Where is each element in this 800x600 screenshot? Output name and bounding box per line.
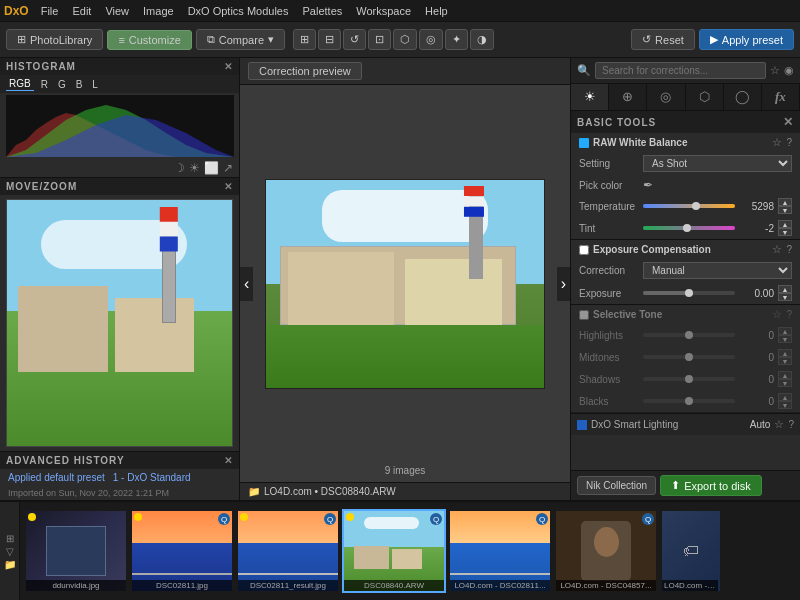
basic-tools-close[interactable]: ✕ bbox=[783, 115, 794, 129]
dxo-smart-star[interactable]: ☆ bbox=[774, 418, 784, 431]
search-input[interactable] bbox=[595, 62, 766, 79]
highlights-slider[interactable] bbox=[643, 333, 735, 337]
exposure-help[interactable]: ? bbox=[786, 244, 792, 255]
film-item-4[interactable]: Q LO4D.com - DSC02811... bbox=[448, 509, 552, 593]
filmstrip-folder[interactable]: 📁 bbox=[4, 559, 16, 570]
tab-fx[interactable]: fx bbox=[762, 84, 800, 110]
film-item-0[interactable]: ddunvidia.jpg bbox=[24, 509, 128, 593]
dxo-smart-help[interactable]: ? bbox=[788, 419, 794, 430]
tab-detail[interactable]: ◎ bbox=[647, 84, 685, 110]
tab-light[interactable]: ☀ bbox=[571, 84, 609, 110]
highlights-down[interactable]: ▼ bbox=[778, 335, 792, 343]
photo-library-button[interactable]: ⊞ PhotoLibrary bbox=[6, 29, 103, 50]
menu-dxo-optics[interactable]: DxO Optics Modules bbox=[182, 3, 295, 19]
wb-setting-row: Setting As Shot bbox=[571, 152, 800, 175]
rotate-button[interactable]: ↺ bbox=[343, 29, 366, 50]
hist-r-button[interactable]: R bbox=[38, 77, 51, 91]
wb-setting-select[interactable]: As Shot bbox=[643, 155, 792, 172]
highlights-spinner[interactable]: ▲ ▼ bbox=[778, 327, 792, 343]
apply-preset-button[interactable]: ▶ Apply preset bbox=[699, 29, 794, 50]
menu-edit[interactable]: Edit bbox=[66, 3, 97, 19]
tint-slider[interactable] bbox=[643, 226, 735, 230]
crop-button[interactable]: ⊡ bbox=[368, 29, 391, 50]
correction-select[interactable]: Manual bbox=[643, 262, 792, 279]
menu-help[interactable]: Help bbox=[419, 3, 454, 19]
view2-button[interactable]: ⊟ bbox=[318, 29, 341, 50]
tab-vignette[interactable]: ◯ bbox=[724, 84, 762, 110]
menu-workspace[interactable]: Workspace bbox=[350, 3, 417, 19]
selective-tone-label: Selective Tone bbox=[593, 309, 768, 320]
film-item-1[interactable]: Q DSC02811.jpg bbox=[130, 509, 234, 593]
grid-view-button[interactable]: ⊞ bbox=[293, 29, 316, 50]
selective-tone-checkbox[interactable] bbox=[579, 310, 589, 320]
correction-preview-button[interactable]: Correction preview bbox=[248, 62, 362, 80]
compare-button[interactable]: ⧉ Compare ▾ bbox=[196, 29, 285, 50]
perspective-button[interactable]: ⬡ bbox=[393, 29, 417, 50]
tint-down[interactable]: ▼ bbox=[778, 228, 792, 236]
shadows-slider[interactable] bbox=[643, 377, 735, 381]
filmstrip-nav-1[interactable]: ⊞ bbox=[6, 533, 14, 544]
temperature-spinner[interactable]: ▲ ▼ bbox=[778, 198, 792, 214]
eyedropper-icon[interactable]: ✒ bbox=[643, 178, 653, 192]
prev-image-button[interactable]: ‹ bbox=[240, 267, 253, 301]
temperature-up[interactable]: ▲ bbox=[778, 198, 792, 206]
temperature-value: 5298 bbox=[739, 201, 774, 212]
tab-geometry[interactable]: ⬡ bbox=[686, 84, 724, 110]
film-item-3[interactable]: Q DSC08840.ARW bbox=[342, 509, 446, 593]
history-close-button[interactable]: ✕ bbox=[224, 455, 233, 466]
shadows-spinner[interactable]: ▲ ▼ bbox=[778, 371, 792, 387]
blacks-down[interactable]: ▼ bbox=[778, 401, 792, 409]
exposure-down[interactable]: ▼ bbox=[778, 293, 792, 301]
menu-view[interactable]: View bbox=[99, 3, 135, 19]
midtones-down[interactable]: ▼ bbox=[778, 357, 792, 365]
hist-b-button[interactable]: B bbox=[73, 77, 86, 91]
blacks-slider[interactable] bbox=[643, 399, 735, 403]
blacks-spinner[interactable]: ▲ ▼ bbox=[778, 393, 792, 409]
temperature-down[interactable]: ▼ bbox=[778, 206, 792, 214]
nik-collection-button[interactable]: Nik Collection bbox=[577, 476, 656, 495]
hist-g-button[interactable]: G bbox=[55, 77, 69, 91]
tab-color[interactable]: ⊕ bbox=[609, 84, 647, 110]
filmstrip-filter[interactable]: ▽ bbox=[6, 546, 14, 557]
film-item-2[interactable]: Q DSC02811_result.jpg bbox=[236, 509, 340, 593]
temperature-slider[interactable] bbox=[643, 204, 735, 208]
shadows-down[interactable]: ▼ bbox=[778, 379, 792, 387]
local-button[interactable]: ◑ bbox=[470, 29, 494, 50]
history-item-0[interactable]: Applied default preset 1 - DxO Standard bbox=[0, 469, 239, 486]
menu-image[interactable]: Image bbox=[137, 3, 180, 19]
film-item-6[interactable]: 🏷 LO4D.com - E... bbox=[660, 509, 720, 593]
reset-button[interactable]: ↺ Reset bbox=[631, 29, 695, 50]
star-icon[interactable]: ☆ bbox=[770, 64, 780, 77]
blacks-up[interactable]: ▲ bbox=[778, 393, 792, 401]
film-item-5[interactable]: Q LO4D.com - DSC04857... bbox=[554, 509, 658, 593]
export-to-disk-button[interactable]: ⬆ Export to disk bbox=[660, 475, 762, 496]
highlights-up[interactable]: ▲ bbox=[778, 327, 792, 335]
move-zoom-close-button[interactable]: ✕ bbox=[224, 181, 233, 192]
exposure-star[interactable]: ☆ bbox=[772, 243, 782, 256]
selective-tone-star[interactable]: ☆ bbox=[772, 308, 782, 321]
shadows-up[interactable]: ▲ bbox=[778, 371, 792, 379]
hist-l-button[interactable]: L bbox=[89, 77, 101, 91]
redeye-button[interactable]: ◎ bbox=[419, 29, 443, 50]
wb-help[interactable]: ? bbox=[786, 137, 792, 148]
selective-tone-help[interactable]: ? bbox=[786, 309, 792, 320]
midtones-up[interactable]: ▲ bbox=[778, 349, 792, 357]
exposure-up[interactable]: ▲ bbox=[778, 285, 792, 293]
exposure-checkbox[interactable] bbox=[579, 245, 589, 255]
apply-icon: ▶ bbox=[710, 33, 718, 46]
midtones-spinner[interactable]: ▲ ▼ bbox=[778, 349, 792, 365]
tint-spinner[interactable]: ▲ ▼ bbox=[778, 220, 792, 236]
histogram-close-button[interactable]: ✕ bbox=[224, 61, 233, 72]
next-image-button[interactable]: › bbox=[557, 267, 570, 301]
eye-icon[interactable]: ◉ bbox=[784, 64, 794, 77]
hist-rgb-button[interactable]: RGB bbox=[6, 77, 34, 91]
menu-palettes[interactable]: Palettes bbox=[297, 3, 349, 19]
customize-button[interactable]: ≡ Customize bbox=[107, 30, 191, 50]
menu-file[interactable]: File bbox=[35, 3, 65, 19]
exposure-spinner[interactable]: ▲ ▼ bbox=[778, 285, 792, 301]
midtones-slider[interactable] bbox=[643, 355, 735, 359]
exposure-slider[interactable] bbox=[643, 291, 735, 295]
wb-star[interactable]: ☆ bbox=[772, 136, 782, 149]
repair-button[interactable]: ✦ bbox=[445, 29, 468, 50]
tint-up[interactable]: ▲ bbox=[778, 220, 792, 228]
